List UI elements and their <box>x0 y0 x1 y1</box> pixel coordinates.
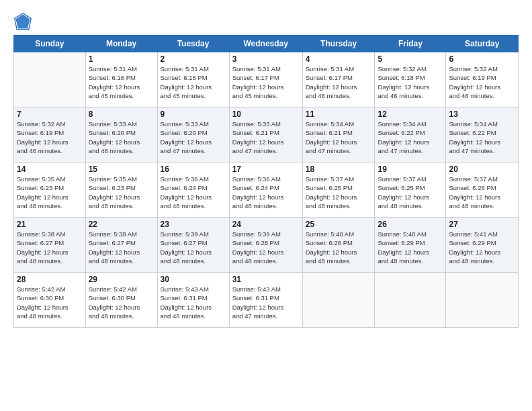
calendar-week-3: 14Sunrise: 5:35 AM Sunset: 6:23 PM Dayli… <box>14 163 519 218</box>
day-number: 17 <box>232 165 300 174</box>
calendar-cell: 10Sunrise: 5:33 AM Sunset: 6:21 PM Dayli… <box>229 107 302 163</box>
day-number: 18 <box>306 165 372 174</box>
calendar-week-5: 28Sunrise: 5:42 AM Sunset: 6:30 PM Dayli… <box>14 273 519 328</box>
day-info: Sunrise: 5:37 AM Sunset: 6:25 PM Dayligh… <box>306 175 372 210</box>
day-number: 16 <box>161 165 226 174</box>
day-info: Sunrise: 5:34 AM Sunset: 6:22 PM Dayligh… <box>449 120 515 155</box>
logo-icon <box>13 12 32 31</box>
calendar-week-1: 1Sunrise: 5:31 AM Sunset: 6:16 PM Daylig… <box>14 52 519 107</box>
day-info: Sunrise: 5:31 AM Sunset: 6:16 PM Dayligh… <box>161 64 226 100</box>
day-number: 29 <box>89 275 154 284</box>
day-info: Sunrise: 5:43 AM Sunset: 6:31 PM Dayligh… <box>161 285 226 320</box>
day-info: Sunrise: 5:36 AM Sunset: 6:24 PM Dayligh… <box>161 175 226 210</box>
weekday-header-wednesday: Wednesday <box>229 36 302 52</box>
weekday-header-tuesday: Tuesday <box>157 36 229 52</box>
day-number: 26 <box>378 220 443 229</box>
day-info: Sunrise: 5:31 AM Sunset: 6:17 PM Dayligh… <box>232 64 300 100</box>
day-number: 12 <box>378 109 443 119</box>
day-number: 2 <box>161 54 226 64</box>
calendar-cell <box>375 273 446 328</box>
day-number: 14 <box>17 165 83 174</box>
day-info: Sunrise: 5:32 AM Sunset: 6:19 PM Dayligh… <box>449 64 515 100</box>
day-info: Sunrise: 5:36 AM Sunset: 6:24 PM Dayligh… <box>232 175 300 210</box>
calendar-cell: 20Sunrise: 5:37 AM Sunset: 6:26 PM Dayli… <box>446 163 519 218</box>
day-info: Sunrise: 5:43 AM Sunset: 6:31 PM Dayligh… <box>232 285 300 320</box>
calendar-cell: 19Sunrise: 5:37 AM Sunset: 6:25 PM Dayli… <box>375 163 446 218</box>
calendar-cell: 13Sunrise: 5:34 AM Sunset: 6:22 PM Dayli… <box>446 107 519 163</box>
calendar-cell: 2Sunrise: 5:31 AM Sunset: 6:16 PM Daylig… <box>157 52 229 107</box>
day-info: Sunrise: 5:41 AM Sunset: 6:29 PM Dayligh… <box>449 230 515 265</box>
calendar-cell <box>14 52 86 107</box>
day-number: 25 <box>306 220 372 229</box>
calendar-table: SundayMondayTuesdayWednesdayThursdayFrid… <box>13 35 519 328</box>
calendar-cell: 1Sunrise: 5:31 AM Sunset: 6:16 PM Daylig… <box>85 52 157 107</box>
day-number: 7 <box>17 109 83 119</box>
calendar-cell: 17Sunrise: 5:36 AM Sunset: 6:24 PM Dayli… <box>229 163 302 218</box>
day-number: 23 <box>161 220 226 229</box>
day-info: Sunrise: 5:40 AM Sunset: 6:29 PM Dayligh… <box>378 230 443 265</box>
day-info: Sunrise: 5:39 AM Sunset: 6:27 PM Dayligh… <box>161 230 226 265</box>
day-info: Sunrise: 5:32 AM Sunset: 6:18 PM Dayligh… <box>378 64 443 100</box>
weekday-header-thursday: Thursday <box>302 36 375 52</box>
day-info: Sunrise: 5:39 AM Sunset: 6:28 PM Dayligh… <box>232 230 300 265</box>
calendar-cell: 25Sunrise: 5:40 AM Sunset: 6:28 PM Dayli… <box>302 218 375 273</box>
calendar-cell: 27Sunrise: 5:41 AM Sunset: 6:29 PM Dayli… <box>446 218 519 273</box>
day-number: 24 <box>232 220 300 229</box>
day-info: Sunrise: 5:31 AM Sunset: 6:16 PM Dayligh… <box>89 64 154 100</box>
day-number: 28 <box>17 275 83 284</box>
calendar-cell <box>302 273 375 328</box>
calendar-cell: 22Sunrise: 5:38 AM Sunset: 6:27 PM Dayli… <box>85 218 157 273</box>
day-info: Sunrise: 5:37 AM Sunset: 6:26 PM Dayligh… <box>449 175 515 210</box>
day-info: Sunrise: 5:38 AM Sunset: 6:27 PM Dayligh… <box>89 230 154 265</box>
calendar-cell: 21Sunrise: 5:38 AM Sunset: 6:27 PM Dayli… <box>14 218 86 273</box>
day-number: 3 <box>232 54 300 64</box>
day-info: Sunrise: 5:32 AM Sunset: 6:19 PM Dayligh… <box>17 120 83 155</box>
calendar-cell: 8Sunrise: 5:33 AM Sunset: 6:20 PM Daylig… <box>85 107 157 163</box>
day-number: 31 <box>232 275 300 284</box>
calendar-week-2: 7Sunrise: 5:32 AM Sunset: 6:19 PM Daylig… <box>14 107 519 163</box>
day-info: Sunrise: 5:31 AM Sunset: 6:17 PM Dayligh… <box>306 64 372 100</box>
calendar-cell: 18Sunrise: 5:37 AM Sunset: 6:25 PM Dayli… <box>302 163 375 218</box>
day-number: 19 <box>378 165 443 174</box>
calendar-cell: 12Sunrise: 5:34 AM Sunset: 6:22 PM Dayli… <box>375 107 446 163</box>
calendar-cell: 14Sunrise: 5:35 AM Sunset: 6:23 PM Dayli… <box>14 163 86 218</box>
day-info: Sunrise: 5:35 AM Sunset: 6:23 PM Dayligh… <box>17 175 83 210</box>
day-number: 8 <box>89 109 154 119</box>
calendar-cell: 9Sunrise: 5:33 AM Sunset: 6:20 PM Daylig… <box>157 107 229 163</box>
day-number: 1 <box>89 54 154 64</box>
day-info: Sunrise: 5:42 AM Sunset: 6:30 PM Dayligh… <box>89 285 154 320</box>
day-info: Sunrise: 5:40 AM Sunset: 6:28 PM Dayligh… <box>306 230 372 265</box>
day-number: 5 <box>378 54 443 64</box>
calendar-cell <box>446 273 519 328</box>
calendar-cell: 7Sunrise: 5:32 AM Sunset: 6:19 PM Daylig… <box>14 107 86 163</box>
calendar-cell: 31Sunrise: 5:43 AM Sunset: 6:31 PM Dayli… <box>229 273 302 328</box>
calendar-cell: 16Sunrise: 5:36 AM Sunset: 6:24 PM Dayli… <box>157 163 229 218</box>
day-number: 20 <box>449 165 515 174</box>
day-info: Sunrise: 5:33 AM Sunset: 6:20 PM Dayligh… <box>161 120 226 155</box>
weekday-header-sunday: Sunday <box>14 36 86 52</box>
day-number: 15 <box>89 165 154 174</box>
day-number: 6 <box>449 54 515 64</box>
day-info: Sunrise: 5:42 AM Sunset: 6:30 PM Dayligh… <box>17 285 83 320</box>
day-info: Sunrise: 5:35 AM Sunset: 6:23 PM Dayligh… <box>89 175 154 210</box>
day-number: 21 <box>17 220 83 229</box>
weekday-header-friday: Friday <box>375 36 446 52</box>
weekday-header-saturday: Saturday <box>446 36 519 52</box>
calendar-cell: 28Sunrise: 5:42 AM Sunset: 6:30 PM Dayli… <box>14 273 86 328</box>
weekday-header-monday: Monday <box>85 36 157 52</box>
logo <box>13 12 35 31</box>
day-number: 27 <box>449 220 515 229</box>
calendar-cell: 3Sunrise: 5:31 AM Sunset: 6:17 PM Daylig… <box>229 52 302 107</box>
calendar-cell: 4Sunrise: 5:31 AM Sunset: 6:17 PM Daylig… <box>302 52 375 107</box>
day-info: Sunrise: 5:38 AM Sunset: 6:27 PM Dayligh… <box>17 230 83 265</box>
day-info: Sunrise: 5:37 AM Sunset: 6:25 PM Dayligh… <box>378 175 443 210</box>
day-number: 22 <box>89 220 154 229</box>
day-number: 4 <box>306 54 372 64</box>
calendar-cell: 29Sunrise: 5:42 AM Sunset: 6:30 PM Dayli… <box>85 273 157 328</box>
calendar-week-4: 21Sunrise: 5:38 AM Sunset: 6:27 PM Dayli… <box>14 218 519 273</box>
calendar-cell: 6Sunrise: 5:32 AM Sunset: 6:19 PM Daylig… <box>446 52 519 107</box>
day-info: Sunrise: 5:33 AM Sunset: 6:21 PM Dayligh… <box>232 120 300 155</box>
day-info: Sunrise: 5:34 AM Sunset: 6:22 PM Dayligh… <box>378 120 443 155</box>
calendar-header-row: SundayMondayTuesdayWednesdayThursdayFrid… <box>14 36 519 52</box>
calendar-cell: 5Sunrise: 5:32 AM Sunset: 6:18 PM Daylig… <box>375 52 446 107</box>
